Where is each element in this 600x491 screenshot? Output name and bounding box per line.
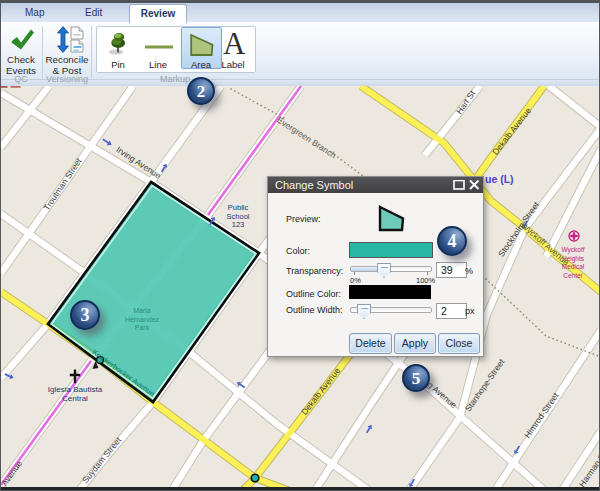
svg-text:Center: Center — [563, 272, 583, 279]
svg-text:Central: Central — [62, 394, 88, 403]
svg-text:Maria: Maria — [133, 307, 151, 314]
svg-text:123: 123 — [232, 220, 245, 229]
svg-text:ue (L): ue (L) — [485, 173, 514, 185]
svg-text:Medical: Medical — [562, 263, 585, 270]
svg-text:Park: Park — [135, 324, 150, 331]
svg-text:Iglesia Bautista: Iglesia Bautista — [48, 385, 103, 394]
svg-text:Wyckoff: Wyckoff — [562, 246, 585, 254]
svg-text:Hernandez: Hernandez — [125, 316, 160, 323]
svg-text:Heights: Heights — [562, 255, 585, 263]
